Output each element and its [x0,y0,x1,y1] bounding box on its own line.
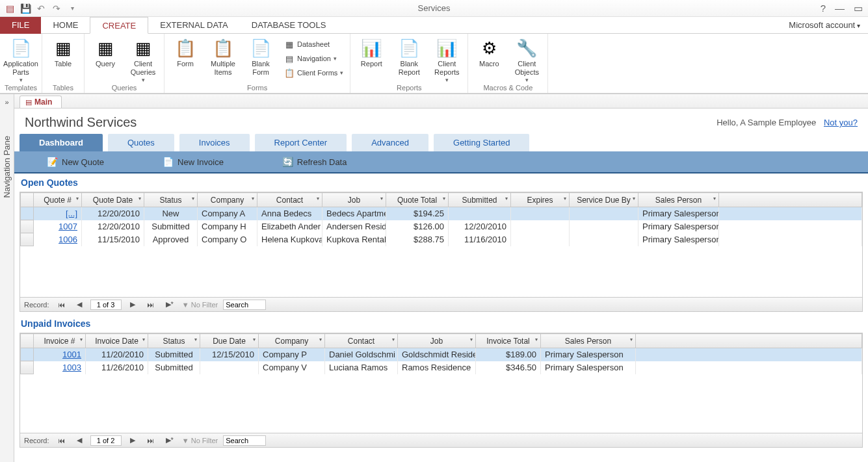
tab-create[interactable]: CREATE [90,17,148,34]
sort-icon[interactable]: ▾ [80,337,83,342]
macro-button[interactable]: ⚙Macro [472,35,506,68]
invoice-link[interactable]: 1003 [34,361,86,374]
column-header[interactable]: Quote Total▾ [386,193,449,207]
sort-icon[interactable]: ▾ [564,196,566,201]
sort-icon[interactable]: ▾ [505,196,508,201]
tab-dashboard[interactable]: Dashboard [20,134,103,151]
column-header[interactable]: Submitted▾ [449,193,511,207]
quote-link[interactable]: 1007 [34,220,82,233]
sort-icon[interactable]: ▾ [392,337,395,342]
refresh-data-button[interactable]: 🔄Refresh Data [282,157,347,167]
column-header[interactable]: Company▾ [198,193,257,207]
prev-record-button[interactable]: ◀ [73,435,85,445]
undo-icon[interactable]: ↶ [35,3,47,14]
tab-getting-started[interactable]: Getting Started [434,134,529,151]
next-record-button[interactable]: ▶ [127,435,138,445]
last-record-button[interactable]: ⏭ [144,436,157,445]
sort-icon[interactable]: ▾ [194,337,197,342]
last-record-button[interactable]: ⏭ [144,300,157,309]
sort-icon[interactable]: ▾ [252,196,254,201]
account-link[interactable]: Microsoft account [789,20,860,30]
column-header[interactable]: Sales Person▾ [638,193,719,207]
quotes-search-input[interactable] [223,300,266,310]
report-button[interactable]: 📊Report [354,35,388,68]
table-button[interactable]: ▦ Table [46,35,80,68]
minimize-icon[interactable]: — [835,3,845,14]
sort-icon[interactable]: ▾ [319,337,322,342]
table-row[interactable]: [...]12/20/2010NewCompany AAnna BedecsBe… [21,207,862,220]
expand-nav-icon[interactable]: » [5,94,8,110]
column-header[interactable]: Service Due By▾ [570,193,638,207]
new-invoice-button[interactable]: 📄New Invoice [163,157,224,167]
blank-form-button[interactable]: 📄Blank Form [244,35,278,77]
table-row[interactable]: 100111/20/2010Submitted12/15/2010Company… [21,348,862,361]
application-parts-button[interactable]: 📄 Application Parts [4,35,38,83]
table-row[interactable]: 100311/26/2010SubmittedCompany VLuciana … [21,361,862,374]
record-position-input[interactable] [90,435,122,446]
restore-icon[interactable]: ▭ [854,3,863,14]
column-header[interactable]: Job▾ [322,193,386,207]
sort-icon[interactable]: ▾ [633,196,635,201]
tab-file[interactable]: FILE [0,17,41,34]
table-row[interactable]: 100611/15/2010ApprovedCompany OHelena Ku… [21,233,862,246]
tab-report-center[interactable]: Report Center [255,134,347,151]
sort-icon[interactable]: ▾ [317,196,319,201]
blank-report-button[interactable]: 📄Blank Report [392,35,426,77]
first-record-button[interactable]: ⏮ [55,436,68,445]
quote-link[interactable]: [...] [34,207,82,220]
query-button[interactable]: ▦ Query [88,35,122,68]
column-header[interactable]: Status▾ [148,334,200,348]
sort-icon[interactable]: ▾ [470,337,473,342]
client-reports-button[interactable]: 📊Client Reports [430,35,464,83]
tab-home[interactable]: HOME [41,17,90,34]
sort-icon[interactable]: ▾ [443,196,445,201]
sort-icon[interactable]: ▾ [192,196,194,201]
invoices-search-input[interactable] [223,435,266,446]
sort-icon[interactable]: ▾ [630,337,633,342]
sort-icon[interactable]: ▾ [142,337,145,342]
column-header[interactable]: Job▾ [398,334,476,348]
sort-icon[interactable]: ▾ [713,196,716,201]
column-header[interactable]: Invoice #▾ [34,334,86,348]
column-header[interactable]: Invoice Date▾ [86,334,148,348]
sort-icon[interactable]: ▾ [380,196,383,201]
qat-customize-icon[interactable]: ▾ [66,3,78,14]
navigation-pane-label[interactable]: Navigation Pane [2,110,12,224]
column-header[interactable]: Quote #▾ [34,193,82,207]
quote-link[interactable]: 1006 [34,233,82,246]
sort-icon[interactable]: ▾ [76,196,79,201]
doc-tab-main[interactable]: ▤ Main [20,96,62,108]
tab-invoices[interactable]: Invoices [179,134,250,151]
column-header[interactable]: Sales Person▾ [541,334,636,348]
redo-icon[interactable]: ↷ [51,3,62,14]
sort-icon[interactable]: ▾ [535,337,538,342]
not-you-link[interactable]: Not you? [824,118,858,127]
prev-record-button[interactable]: ◀ [73,300,85,309]
client-objects-button[interactable]: 🔧Client Objects [510,35,544,83]
column-header[interactable]: Contact▾ [257,193,322,207]
first-record-button[interactable]: ⏮ [55,300,68,309]
column-header[interactable]: Quote Date▾ [82,193,144,207]
tab-advanced[interactable]: Advanced [352,134,428,151]
help-icon[interactable]: ? [821,3,826,14]
client-forms-button[interactable]: 📋Client Forms [282,66,346,79]
table-row[interactable]: 100712/20/2010SubmittedCompany HElizabet… [21,220,862,233]
next-record-button[interactable]: ▶ [127,300,138,309]
column-header[interactable]: Due Date▾ [200,334,259,348]
new-record-button[interactable]: ▶* [163,300,177,309]
column-header[interactable]: Status▾ [144,193,198,207]
save-icon[interactable]: 💾 [20,3,31,14]
tab-database-tools[interactable]: DATABASE TOOLS [240,17,338,34]
multiple-items-button[interactable]: 📋Multiple Items [206,35,240,77]
invoice-link[interactable]: 1001 [34,348,86,361]
new-record-button[interactable]: ▶* [163,435,177,445]
column-header[interactable]: Expires▾ [511,193,570,207]
column-header[interactable]: Invoice Total▾ [476,334,541,348]
sort-icon[interactable]: ▾ [253,337,256,342]
tab-quotes[interactable]: Quotes [108,134,174,151]
column-header[interactable]: Contact▾ [325,334,398,348]
form-button[interactable]: 📋Form [168,35,202,68]
new-quote-button[interactable]: 📝New Quote [47,157,104,167]
datasheet-button[interactable]: ▦Datasheet [282,38,346,51]
client-queries-button[interactable]: ▦ Client Queries [126,35,160,83]
